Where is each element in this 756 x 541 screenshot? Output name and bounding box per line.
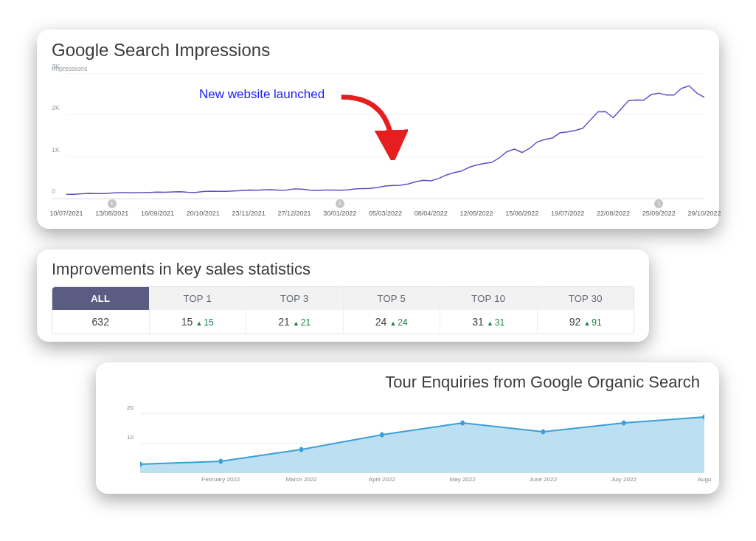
enquiries-plot: 10 20: [140, 399, 704, 473]
data-point: [460, 421, 464, 426]
enquiries-xaxis: February 2022March 2022April 2022May 202…: [140, 473, 704, 486]
stats-tab-top3[interactable]: TOP 3: [246, 287, 344, 310]
stats-tab-top5[interactable]: TOP 5: [344, 287, 441, 310]
data-point: [622, 421, 625, 426]
delta-up-icon: 91: [583, 317, 601, 328]
data-point: [219, 459, 223, 464]
ytick: 3K: [52, 63, 60, 70]
xtick: 29/10/2022: [687, 210, 721, 217]
xtick: 08/04/2022: [415, 210, 448, 217]
enquiries-line-svg: [140, 399, 704, 473]
stats-value: 632: [52, 310, 150, 334]
stats-value: 1515: [150, 310, 247, 334]
stats-tab-top10[interactable]: TOP 10: [440, 287, 538, 310]
stats-tab-top1[interactable]: TOP 1: [150, 287, 247, 310]
xtick: 27/12/2021: [277, 210, 311, 217]
xtick: 15/06/2022: [505, 210, 538, 217]
enquiries-title: Tour Enquiries from Google Organic Searc…: [111, 373, 704, 392]
impressions-card: Google Search Impressions Impressions 0 …: [37, 30, 719, 229]
xtick: May 2022: [450, 476, 476, 483]
svg-marker-1: [140, 417, 704, 473]
annotation-new-website: New website launched: [199, 87, 325, 102]
xtick: 12/05/2022: [460, 210, 493, 217]
stats-header-row: ALLTOP 1TOP 3TOP 5TOP 10TOP 30: [52, 287, 634, 310]
xtick: 23/11/2021: [232, 210, 266, 217]
stats-value: 2424: [344, 310, 441, 334]
stats-value-row: 63215152121242431319291: [52, 310, 634, 334]
xtick: 10/07/2021: [49, 210, 83, 217]
ytick: 2K: [52, 104, 60, 111]
ytick: 1K: [52, 146, 60, 154]
ytick: 20: [127, 404, 133, 411]
impressions-xaxis: 10/07/2021113/08/202116/09/202120/10/202…: [66, 202, 704, 221]
data-point: [299, 447, 303, 452]
event-marker-icon: 1: [336, 199, 344, 208]
delta-up-icon: 31: [487, 317, 504, 328]
xtick: April 2022: [369, 476, 395, 483]
event-marker-icon: 1: [654, 199, 663, 208]
delta-up-icon: 24: [389, 317, 407, 328]
xtick: 25/09/2022: [642, 210, 676, 217]
xtick: 19/07/2022: [551, 210, 584, 217]
ytick: 0: [52, 187, 55, 195]
xtick: 20/10/2021: [187, 210, 220, 217]
stats-table: ALLTOP 1TOP 3TOP 5TOP 10TOP 30 632151521…: [52, 286, 634, 334]
xtick: 16/09/2021: [141, 210, 174, 217]
event-marker-icon: 1: [108, 199, 117, 208]
data-point: [380, 433, 384, 438]
xtick: Augu: [698, 476, 712, 483]
impressions-ylabel: Impressions: [52, 65, 704, 72]
stats-tab-top30[interactable]: TOP 30: [538, 287, 634, 310]
stats-card: Improvements in key sales statistics ALL…: [37, 249, 649, 342]
xtick: March 2022: [285, 476, 316, 483]
xtick: 13/08/2021: [95, 210, 128, 217]
impressions-plot: 0 1K 2K 3K New website launched: [52, 74, 704, 199]
enquiries-card: Tour Enquiries from Google Organic Searc…: [96, 362, 719, 494]
xtick: 22/08/2022: [597, 210, 630, 217]
ytick: 10: [127, 434, 133, 441]
xtick: February 2022: [201, 476, 240, 483]
data-point: [541, 430, 545, 435]
xtick: July 2022: [611, 476, 637, 483]
stats-tab-all[interactable]: ALL: [52, 287, 150, 310]
xtick: 30/01/2022: [323, 210, 356, 217]
xtick: 05/03/2022: [369, 210, 402, 217]
delta-up-icon: 21: [293, 317, 311, 328]
stats-value: 9291: [538, 310, 634, 334]
stats-value: 3131: [440, 310, 538, 334]
impressions-title: Google Search Impressions: [52, 40, 704, 61]
stats-value: 2121: [246, 310, 344, 334]
delta-up-icon: 15: [195, 317, 213, 328]
stats-title: Improvements in key sales statistics: [52, 260, 634, 279]
arrow-icon: [338, 90, 408, 160]
xtick: June 2022: [530, 476, 557, 483]
